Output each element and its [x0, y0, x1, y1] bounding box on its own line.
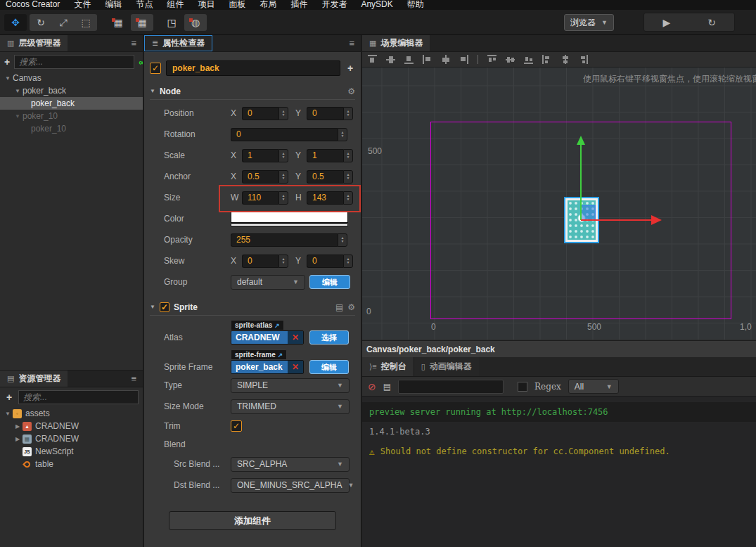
align-left-icon[interactable]: [423, 55, 432, 64]
trim-checkbox[interactable]: ✓: [231, 420, 242, 432]
sprite-frame-ref-chip[interactable]: poker_back ✕: [231, 360, 304, 374]
refresh-button[interactable]: ↻: [689, 13, 734, 31]
panel-menu-icon[interactable]: ≡: [342, 38, 361, 49]
src-blend-dropdown[interactable]: SRC_ALPHA ▼: [231, 457, 350, 472]
atlas-select-button[interactable]: 选择: [309, 330, 349, 345]
y-axis-gizmo[interactable]: [580, 144, 582, 220]
align-right-icon[interactable]: [459, 55, 468, 64]
move-tool-icon[interactable]: ✥: [4, 14, 27, 31]
menu-layout[interactable]: 布局: [252, 0, 283, 9]
anchor-y-field[interactable]: 0.5: [307, 170, 343, 184]
node-section-header[interactable]: ▼ Node ⚙: [150, 86, 355, 100]
anchor-mode-icon[interactable]: ▦: [131, 14, 153, 31]
group-edit-button[interactable]: 编辑: [309, 275, 350, 289]
align-bottom-icon[interactable]: [404, 55, 414, 64]
x-axis-gizmo[interactable]: [581, 219, 651, 221]
asset-row-table[interactable]: table: [0, 458, 143, 470]
play-button[interactable]: ▶: [644, 13, 689, 31]
regex-checkbox[interactable]: [518, 382, 527, 392]
type-dropdown[interactable]: SIMPLE ▼: [231, 378, 350, 393]
opacity-field[interactable]: 255: [231, 233, 338, 247]
panel-menu-icon[interactable]: ≡: [124, 38, 143, 49]
log-level-dropdown[interactable]: All ▼: [568, 379, 619, 394]
pivot-mode-icon[interactable]: ▦: [107, 14, 129, 31]
panel-menu-icon[interactable]: ≡: [124, 373, 143, 384]
asset-row-cradnew-atlas[interactable]: ▶ ▦ CRADNEW: [0, 432, 143, 445]
local-coords-icon[interactable]: ◳: [160, 14, 183, 31]
stepper-icon[interactable]: ▲▼: [278, 191, 288, 205]
gear-icon[interactable]: ⚙: [347, 302, 355, 312]
vertical-splitter[interactable]: [143, 35, 144, 547]
hierarchy-search-input[interactable]: [14, 55, 134, 69]
align-vcenter-icon[interactable]: [386, 55, 395, 64]
open-log-file-icon[interactable]: ▤: [383, 382, 391, 392]
external-link-icon[interactable]: ↗: [278, 352, 283, 359]
world-coords-icon[interactable]: ◍: [184, 14, 207, 31]
anchor-gizmo-overlay[interactable]: [581, 205, 596, 220]
chevron-right-icon[interactable]: ▶: [14, 436, 21, 442]
vertical-splitter[interactable]: [361, 35, 362, 547]
stepper-icon[interactable]: ▲▼: [278, 149, 288, 162]
stepper-icon[interactable]: ▲▼: [343, 191, 353, 205]
size-mode-dropdown[interactable]: TRIMMED ▼: [231, 399, 350, 414]
horizontal-splitter[interactable]: [0, 370, 143, 371]
chevron-down-icon[interactable]: ▼: [14, 88, 21, 94]
dst-blend-dropdown[interactable]: ONE_MINUS_SRC_ALPHA ▼: [231, 478, 350, 493]
chevron-down-icon[interactable]: ▼: [4, 75, 11, 82]
menu-project[interactable]: 项目: [191, 0, 222, 9]
chevron-down-icon[interactable]: ▼: [14, 113, 21, 120]
distribute-right-icon[interactable]: [579, 55, 588, 64]
color-swatch[interactable]: [231, 212, 348, 223]
tab-scene[interactable]: ▦ 场景编辑器: [362, 35, 430, 51]
menu-node[interactable]: 节点: [129, 0, 160, 9]
rect-tool-icon[interactable]: ⬚: [75, 14, 97, 31]
add-component-button[interactable]: 添加组件: [169, 511, 336, 530]
tab-assets[interactable]: ▤ 资源管理器: [0, 371, 68, 387]
atlas-ref-chip[interactable]: CRADNEW ✕: [231, 330, 304, 345]
external-link-icon[interactable]: ↗: [274, 322, 280, 329]
menu-developer[interactable]: 开发者: [314, 0, 354, 9]
align-hcenter-icon[interactable]: [441, 55, 450, 64]
menu-file[interactable]: 文件: [67, 0, 98, 9]
assets-search-input[interactable]: [18, 390, 139, 404]
rotation-field[interactable]: 0: [231, 128, 338, 141]
stepper-icon[interactable]: ▲▼: [278, 255, 288, 268]
scale-y-field[interactable]: 1: [307, 149, 343, 162]
stepper-icon[interactable]: ▲▼: [338, 233, 347, 247]
log-line[interactable]: preview server running at http://localho…: [362, 402, 756, 422]
stepper-icon[interactable]: ▲▼: [278, 170, 288, 184]
stepper-icon[interactable]: ▲▼: [278, 107, 288, 120]
sprite-frame-edit-button[interactable]: 编辑: [309, 360, 349, 374]
size-w-field[interactable]: 110: [242, 191, 278, 205]
clear-icon[interactable]: ✕: [288, 331, 303, 344]
stepper-icon[interactable]: ▲▼: [343, 149, 353, 162]
chevron-down-icon[interactable]: ▼: [4, 411, 11, 417]
tree-node-poker-10-child[interactable]: poker_10: [0, 122, 143, 135]
size-h-field[interactable]: 143: [307, 191, 343, 205]
tree-node-canvas[interactable]: ▼ Canvas: [0, 72, 143, 84]
sprite-section-header[interactable]: ▼ ✓ Sprite ▤ ⚙: [150, 302, 355, 316]
stepper-icon[interactable]: ▲▼: [338, 128, 347, 141]
scale-tool-icon[interactable]: ⤢: [52, 14, 75, 31]
gear-icon[interactable]: ⚙: [347, 86, 355, 96]
distribute-hcenter-icon[interactable]: [560, 55, 570, 64]
clear-console-icon[interactable]: ⊘: [368, 381, 376, 392]
menu-help[interactable]: 帮助: [400, 0, 431, 9]
distribute-vcenter-icon[interactable]: [506, 55, 515, 64]
skew-x-field[interactable]: 0: [242, 255, 278, 268]
menu-component[interactable]: 组件: [160, 0, 191, 9]
add-button[interactable]: +: [345, 63, 355, 74]
tab-console[interactable]: ⟩≡ 控制台: [362, 357, 414, 376]
distribute-left-icon[interactable]: [542, 55, 551, 64]
add-asset-button[interactable]: +: [4, 392, 14, 403]
menu-plugin[interactable]: 插件: [283, 0, 314, 9]
console-filter-input[interactable]: [398, 380, 504, 394]
log-line[interactable]: ⚠Should not define constructor for cc.Co…: [362, 442, 756, 461]
asset-row-newscript[interactable]: JS NewScript: [0, 445, 143, 458]
menu-panel[interactable]: 面板: [222, 0, 252, 9]
tree-node-poker-back-child[interactable]: poker_back: [0, 97, 143, 110]
scale-x-field[interactable]: 1: [242, 149, 278, 162]
asset-row-assets[interactable]: ▼ ◦ assets: [0, 407, 143, 420]
skew-y-field[interactable]: 0: [307, 255, 343, 268]
node-active-checkbox[interactable]: ✓: [150, 63, 161, 74]
